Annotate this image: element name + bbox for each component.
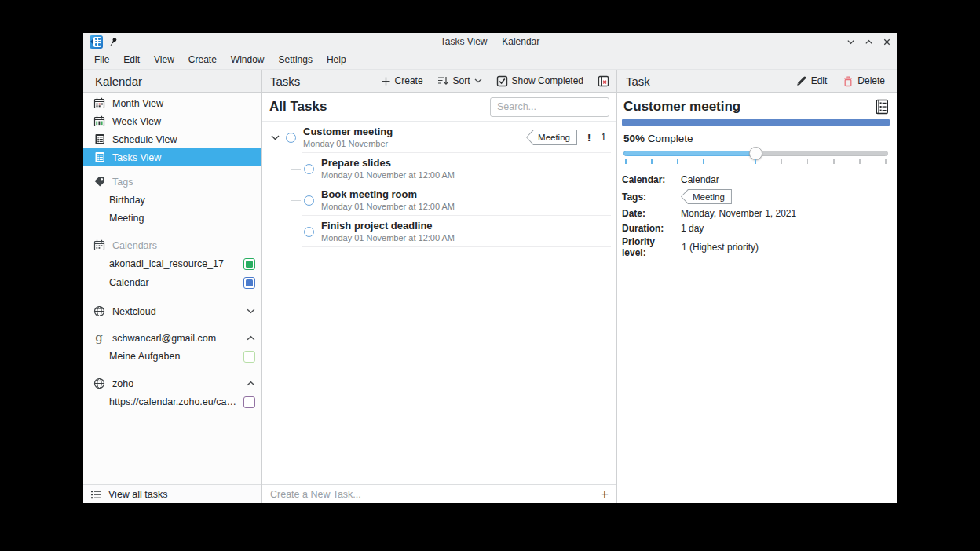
task-title: Prepare slides — [321, 158, 609, 169]
chevron-up-icon[interactable] — [247, 381, 255, 386]
sidebar-item-label: Month View — [112, 98, 255, 109]
task-row-book-meeting-room[interactable]: Book meeting room Monday 01 November at … — [262, 184, 616, 216]
progress-label: 50% Complete — [622, 133, 890, 144]
calendar-label: Meine Aufgaben — [109, 351, 236, 362]
pencil-icon — [796, 75, 807, 86]
calendar-checkbox[interactable] — [243, 277, 255, 289]
sidebar-header-title: Kalendar — [95, 75, 142, 88]
hide-completed-button[interactable] — [594, 73, 613, 89]
titlebar: Tasks View — Kalendar — [83, 33, 897, 50]
detail-header: Task Edit Delete — [617, 70, 897, 92]
task-row-prepare-slides[interactable]: Prepare slides Monday 01 November at 12:… — [262, 153, 616, 184]
section-label: Calendars — [112, 240, 255, 251]
task-complete-circle[interactable] — [304, 195, 314, 206]
menu-edit[interactable]: Edit — [117, 52, 146, 68]
task-date: Monday 01 November at 12:00 AM — [321, 233, 609, 243]
task-complete-circle[interactable] — [304, 227, 314, 237]
detail-task-title: Customer meeting — [622, 99, 740, 115]
chevron-up-icon[interactable] — [247, 335, 255, 341]
view-all-tasks-label: View all tasks — [108, 489, 168, 500]
field-label: Tags: — [622, 192, 681, 203]
all-tasks-title: All Tasks — [269, 99, 327, 115]
trash-icon — [843, 75, 854, 87]
sidebar-account-gmail[interactable]: g schwancarl@gmail.com — [83, 329, 261, 347]
maximize-button[interactable] — [863, 36, 874, 47]
completion-slider[interactable] — [622, 147, 890, 166]
calendar-checkbox[interactable] — [243, 396, 255, 408]
sort-icon — [437, 75, 449, 86]
add-task-plus-icon[interactable]: + — [601, 487, 609, 501]
sidebar-section-calendars[interactable]: Calendars — [83, 236, 261, 254]
window-title: Tasks View — Kalendar — [83, 36, 897, 47]
sidebar-item-tag-birthday[interactable]: Birthday — [83, 191, 261, 209]
menu-window[interactable]: Window — [225, 52, 271, 68]
calendar-label: Calendar — [109, 277, 236, 288]
chevron-down-icon[interactable] — [247, 308, 255, 314]
calendars-icon — [93, 239, 105, 252]
calendar-label: https://calendar.zoho.eu/caldav/b... — [109, 396, 236, 407]
plus-icon — [381, 76, 391, 86]
create-new-task-field[interactable]: Create a New Task... + — [262, 484, 616, 503]
sidebar-item-schedule-view[interactable]: Schedule View — [83, 130, 261, 148]
tasks-header: Tasks Create Sort Show Completed — [262, 70, 617, 92]
sort-button[interactable]: Sort — [433, 73, 486, 89]
priority-value: 1 — [601, 132, 606, 143]
hide-completed-icon — [598, 75, 609, 87]
pin-icon[interactable] — [109, 37, 119, 47]
sidebar: Month View Week View Schedule View — [83, 93, 262, 503]
tasks-header-title: Tasks — [270, 75, 300, 88]
calendar-month-icon — [93, 97, 105, 110]
menu-settings[interactable]: Settings — [272, 52, 319, 68]
account-label: zoho — [112, 378, 240, 389]
sidebar-item-tasks-view[interactable]: Tasks View — [83, 148, 261, 166]
sidebar-item-calendar-akonadi[interactable]: akonadi_ical_resource_17 — [83, 254, 261, 273]
sidebar-account-zoho[interactable]: zoho — [83, 374, 261, 392]
menu-create[interactable]: Create — [182, 52, 223, 68]
google-icon: g — [93, 332, 105, 345]
calendar-week-icon — [93, 115, 105, 128]
sidebar-section-tags[interactable]: Tags — [83, 173, 261, 191]
task-date: Monday 01 November — [303, 139, 526, 148]
view-all-tasks-button[interactable]: View all tasks — [83, 484, 261, 503]
search-input[interactable] — [490, 97, 609, 117]
calendar-label: akonadi_ical_resource_17 — [109, 258, 236, 269]
close-button[interactable] — [881, 36, 892, 47]
task-row-customer-meeting[interactable]: Customer meeting Monday 01 November Meet… — [262, 122, 616, 153]
sidebar-item-tag-meeting[interactable]: Meeting — [83, 209, 261, 227]
field-calendar: Calendar: Calendar — [622, 173, 890, 187]
expander-chevron-down-icon[interactable] — [270, 135, 280, 140]
calendar-checkbox[interactable] — [243, 258, 255, 270]
sidebar-item-calendar-meine-aufgaben[interactable]: Meine Aufgaben — [83, 347, 261, 366]
show-completed-button[interactable]: Show Completed — [492, 73, 587, 89]
sidebar-account-nextcloud[interactable]: Nextcloud — [83, 302, 261, 320]
globe-icon — [93, 305, 105, 318]
calendar-checkbox[interactable] — [243, 351, 255, 363]
menu-help[interactable]: Help — [320, 52, 353, 68]
task-detail-panel: Customer meeting 50% Complete — [617, 93, 897, 503]
sidebar-header: Kalendar — [83, 70, 262, 92]
task-list: Customer meeting Monday 01 November Meet… — [262, 122, 616, 484]
field-value: Monday, November 1, 2021 — [681, 208, 796, 219]
sidebar-item-week-view[interactable]: Week View — [83, 112, 261, 130]
sidebar-item-label: Schedule View — [112, 134, 255, 145]
minimize-button[interactable] — [845, 36, 856, 47]
tag-badge-meeting[interactable]: Meeting — [681, 189, 732, 204]
delete-task-button[interactable]: Delete — [839, 73, 889, 89]
tag-badge-meeting[interactable]: Meeting — [526, 130, 577, 145]
checkbox-checked-icon — [496, 75, 508, 87]
menubar: File Edit View Create Window Settings He… — [83, 50, 897, 69]
menu-file[interactable]: File — [88, 52, 115, 68]
tag-label: Birthday — [109, 195, 255, 206]
create-task-button[interactable]: Create — [377, 73, 427, 89]
field-value: Calendar — [681, 174, 719, 185]
sidebar-item-calendar-zoho-url[interactable]: https://calendar.zoho.eu/caldav/b... — [83, 392, 261, 411]
tasks-panel: All Tasks Customer meeting Monday 01 Nov… — [262, 93, 617, 503]
chevron-down-icon — [474, 78, 482, 83]
task-complete-circle[interactable] — [304, 164, 314, 174]
slider-handle[interactable] — [749, 147, 762, 160]
edit-task-button[interactable]: Edit — [792, 73, 832, 89]
sidebar-item-calendar-calendar[interactable]: Calendar — [83, 273, 261, 292]
task-row-finish-project-deadline[interactable]: Finish project deadline Monday 01 Novemb… — [262, 216, 616, 247]
menu-view[interactable]: View — [148, 52, 181, 68]
sidebar-item-month-view[interactable]: Month View — [83, 94, 261, 112]
